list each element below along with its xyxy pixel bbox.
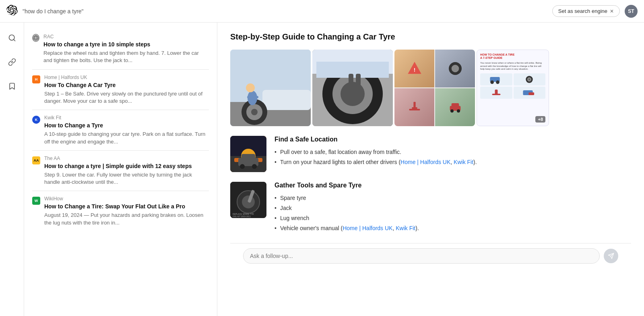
source-snippet-halfords: Step 1 – Be Safe. Drive very slowly on t… xyxy=(44,90,209,105)
source-title-theaa: How to change a tyre | Simple guide with… xyxy=(44,162,209,170)
source-title-wikihow: How to Change a Tire: Swap Your Flat Out… xyxy=(44,203,209,210)
link-icon xyxy=(8,58,16,66)
svg-point-30 xyxy=(457,109,460,112)
sidebar-icons xyxy=(0,23,24,316)
list-item-owners-manual: Vehicle owner's manual (Home | Halfords … xyxy=(275,223,631,233)
svg-rect-47 xyxy=(242,154,255,160)
guide-step-2 xyxy=(514,73,546,85)
guide-step-4 xyxy=(514,87,546,99)
rac-favicon xyxy=(32,34,39,42)
section-list-gather-tools: Spare tyre Jack Lug wrench Vehicle owner… xyxy=(275,193,631,233)
tyre-closeup-image[interactable] xyxy=(312,50,393,126)
sources-panel: RAC How to change a tyre in 10 simple st… xyxy=(24,23,217,316)
source-item-halfords[interactable]: H Home | Halfords UK How To Change A Car… xyxy=(24,70,217,110)
topbar: "how do I change a tyre" Set as search e… xyxy=(0,0,644,23)
set-search-engine-button[interactable]: Set as search engine ✕ xyxy=(552,5,620,17)
source-content-kwikfit: Kwik Fit How to Change a Tyre A 10-step … xyxy=(44,115,209,146)
source-item-kwikfit[interactable]: K Kwik Fit How to Change a Tyre A 10-ste… xyxy=(24,110,217,150)
guide-subtitle-text: You never know when or where a flat tire… xyxy=(480,62,545,71)
collage-cell-2 xyxy=(435,50,475,87)
tools-image[interactable]: REPLACE SPARE TYR OOL KIT 2003-2011 xyxy=(230,182,266,218)
source-snippet-kwikfit: A 10-step guide to changing your car tyr… xyxy=(44,131,209,145)
svg-point-32 xyxy=(490,81,494,84)
step1-icon xyxy=(489,74,504,85)
source-site-wikihow: WikiHow xyxy=(44,196,209,202)
source-site-kwikfit: Kwik Fit xyxy=(44,115,209,121)
sidebar-item-search[interactable] xyxy=(5,31,19,45)
collage-cell-3 xyxy=(394,88,434,126)
search-icon xyxy=(8,34,16,42)
source-item-wikihow[interactable]: W WikiHow How to Change a Tire: Swap You… xyxy=(24,191,217,231)
svg-line-1 xyxy=(13,40,15,41)
step2-icon xyxy=(522,74,537,85)
wikihow-favicon: W xyxy=(32,197,40,205)
safe-location-image[interactable] xyxy=(230,136,266,172)
svg-point-48 xyxy=(240,164,245,169)
collage-cell-1: ! xyxy=(394,50,434,87)
openai-logo-icon xyxy=(6,5,18,18)
section-content-gather-tools: Gather Tools and Spare Tyre Spare tyre J… xyxy=(275,182,631,233)
svg-rect-38 xyxy=(495,89,497,94)
send-icon xyxy=(608,253,614,259)
svg-rect-40 xyxy=(529,92,535,95)
tyre-guide-diagram[interactable]: HOW TO CHANGE A TIREA 7-STEP GUIDE You n… xyxy=(477,50,549,126)
section-safe-location: Find a Safe Location Pull over to a safe… xyxy=(230,136,631,172)
halfords-link-tools[interactable]: Home | Halfords UK xyxy=(343,225,392,231)
source-site-halfords: Home | Halfords UK xyxy=(44,75,209,80)
list-item-spare-tyre: Spare tyre xyxy=(275,193,631,203)
halfords-link-safe[interactable]: Home | Halfords UK xyxy=(400,159,450,165)
safe-location-illustration xyxy=(230,136,266,172)
svg-rect-25 xyxy=(413,102,415,108)
guide-step-3 xyxy=(480,87,512,99)
kwikfit-link-safe[interactable]: Kwik Fit xyxy=(454,159,473,165)
tyre-steps-collage[interactable]: ! xyxy=(394,50,475,126)
list-item-hazard-lights: Turn on your hazard lights to alert othe… xyxy=(275,157,631,167)
list-item-jack: Jack xyxy=(275,203,631,213)
halfords-favicon: H xyxy=(32,75,40,83)
section-list-safe-location: Pull over to a safe, flat location away … xyxy=(275,147,631,167)
followup-send-button[interactable] xyxy=(604,249,618,263)
sidebar-item-bookmark[interactable] xyxy=(5,79,19,94)
kwikfit-favicon: K xyxy=(32,116,40,124)
svg-rect-5 xyxy=(262,90,311,110)
section-title-safe-location: Find a Safe Location xyxy=(275,136,631,143)
set-search-engine-label: Set as search engine xyxy=(558,8,607,14)
sidebar-item-link[interactable] xyxy=(5,55,19,69)
guide-title-text: HOW TO CHANGE A TIREA 7-STEP GUIDE xyxy=(480,53,545,60)
image-strip: ! xyxy=(230,50,631,126)
main-layout: RAC How to change a tyre in 10 simple st… xyxy=(0,23,644,316)
images-plus-badge[interactable]: +8 xyxy=(535,116,545,123)
svg-rect-19 xyxy=(356,74,361,90)
step3-icon xyxy=(489,87,504,98)
bookmark-icon xyxy=(8,82,16,90)
source-snippet-theaa: Step 9. Lower the car. Fully lower the v… xyxy=(44,171,209,186)
close-icon[interactable]: ✕ xyxy=(610,8,614,14)
svg-point-33 xyxy=(496,81,500,84)
source-item-rac[interactable]: RAC How to change a tyre in 10 simple st… xyxy=(24,29,217,69)
source-snippet-wikihow: August 19, 2024 — Put your hazards and p… xyxy=(44,212,209,226)
section-title-gather-tools: Gather Tools and Spare Tyre xyxy=(275,182,631,189)
aa-favicon: AA xyxy=(32,156,40,164)
jack-icon xyxy=(407,99,423,115)
svg-point-2 xyxy=(33,35,38,40)
svg-rect-28 xyxy=(451,103,459,107)
kwikfit-link-tools[interactable]: Kwik Fit xyxy=(396,225,415,231)
person-tyre-illustration xyxy=(230,50,311,126)
svg-point-36 xyxy=(529,79,530,80)
tyre-small-icon xyxy=(447,60,463,77)
tyre-change-person-image[interactable] xyxy=(230,50,311,126)
followup-input[interactable] xyxy=(243,248,600,264)
source-content-wikihow: WikiHow How to Change a Tire: Swap Your … xyxy=(44,196,209,227)
source-item-theaa[interactable]: AA The AA How to change a tyre | Simple … xyxy=(24,151,217,191)
svg-point-10 xyxy=(246,83,255,92)
main-content-area: Step-by-Step Guide to Changing a Car Tyr… xyxy=(217,23,644,316)
user-avatar: ST xyxy=(625,5,638,18)
list-item-lug-wrench: Lug wrench xyxy=(275,213,631,223)
svg-rect-11 xyxy=(247,96,258,98)
car-icon xyxy=(447,99,463,115)
source-title-kwikfit: How to Change a Tyre xyxy=(44,122,209,129)
followup-bar xyxy=(230,243,631,268)
source-site-rac: RAC xyxy=(43,34,209,40)
source-content-halfords: Home | Halfords UK How To Change A Car T… xyxy=(44,75,209,105)
svg-text:OOL KIT 2003-2011: OOL KIT 2003-2011 xyxy=(233,215,251,218)
